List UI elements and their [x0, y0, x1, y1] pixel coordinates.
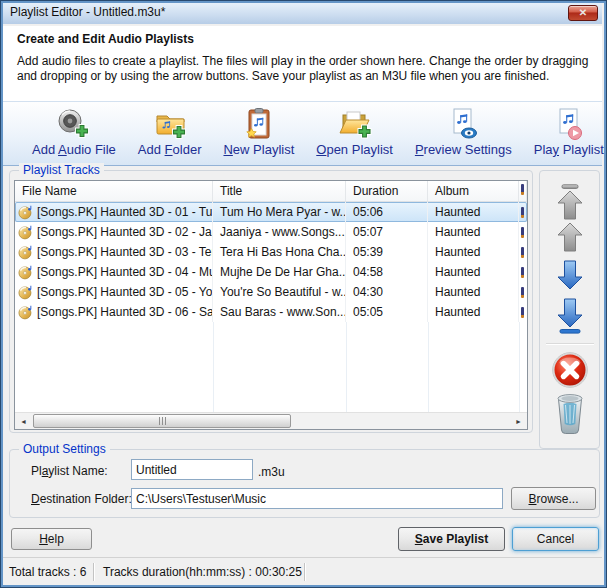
playlist-name-label: Playlist Name:: [31, 464, 108, 478]
cell-duration: 05:39: [346, 242, 428, 262]
trash-icon: [555, 392, 585, 436]
toolbar-button-play-playlist[interactable]: Play Playlist: [531, 106, 607, 158]
tracks-table: File Name Title Duration Album [Songs.PK…: [14, 180, 528, 430]
window-title: Playlist Editor - Untitled.m3u*: [10, 1, 165, 24]
scroll-left-button[interactable]: ◄: [15, 414, 32, 429]
clipped-glyph: [521, 267, 524, 278]
help-button[interactable]: Help: [11, 528, 92, 550]
scroll-right-button[interactable]: ►: [510, 414, 527, 429]
toolbar-button-new-playlist[interactable]: New Playlist: [220, 106, 297, 158]
cell-clipped: [519, 242, 527, 262]
cd-music-icon: [18, 245, 33, 260]
cell-clipped: [519, 302, 527, 322]
note-page-play-icon: [552, 107, 586, 141]
column-header-title[interactable]: Title: [213, 181, 346, 201]
table-row[interactable]: [Songs.PK] Haunted 3D - 03 - Ter... Tera…: [15, 242, 527, 262]
cd-music-icon: [18, 205, 33, 220]
destination-folder-input[interactable]: [131, 488, 503, 509]
toolbar-label: Play Playlist: [534, 142, 604, 157]
folder-add-icon: [153, 107, 187, 141]
reorder-panel: [539, 170, 600, 449]
cell-file-name: [Songs.PK] Haunted 3D - 05 - You...: [15, 282, 213, 302]
scroll-right-icon: ►: [515, 418, 522, 425]
cell-clipped: [519, 202, 527, 222]
output-settings-label: Output Settings: [19, 442, 110, 456]
cell-file-name: [Songs.PK] Haunted 3D - 06 - Sau...: [15, 302, 213, 322]
cell-file-name: [Songs.PK] Haunted 3D - 02 - Jaa...: [15, 222, 213, 242]
cd-music-icon: [18, 225, 33, 240]
remove-icon: [551, 351, 589, 389]
speaker-add-icon: [57, 107, 91, 141]
browse-button[interactable]: Browse...: [511, 487, 596, 510]
clipped-glyph: [521, 227, 524, 238]
clipped-glyph: [521, 307, 524, 318]
move-top-icon: [557, 184, 583, 220]
table-row[interactable]: [Songs.PK] Haunted 3D - 02 - Jaa... Jaan…: [15, 222, 527, 242]
cell-file-name: [Songs.PK] Haunted 3D - 01 - Tu...: [15, 202, 213, 222]
cell-title: Sau Baras - www.Son...: [213, 302, 346, 322]
move-down-icon: [557, 260, 583, 290]
column-separator: [519, 322, 520, 412]
table-body: [Songs.PK] Haunted 3D - 01 - Tu... Tum H…: [15, 202, 527, 322]
cell-title: Tera Hi Bas Hona Cha...: [213, 242, 346, 262]
table-row[interactable]: [Songs.PK] Haunted 3D - 05 - You... You'…: [15, 282, 527, 302]
move-bottom-icon: [557, 298, 583, 334]
cell-album: Haunted: [428, 302, 519, 322]
page-title: Create and Edit Audio Playlists: [17, 32, 194, 46]
move-down-button[interactable]: [557, 260, 583, 294]
column-separator: [213, 322, 214, 412]
cell-duration: 04:30: [346, 282, 428, 302]
cd-music-icon: [18, 285, 33, 300]
scrollbar-thumb[interactable]: [33, 414, 291, 428]
cell-title: Jaaniya - www.Songs....: [213, 222, 346, 242]
cell-duration: 05:07: [346, 222, 428, 242]
playlist-name-input[interactable]: [131, 459, 253, 480]
clipped-glyph: [521, 287, 524, 298]
move-to-bottom-button[interactable]: [557, 298, 583, 338]
toolbar-label: Add Folder: [138, 142, 202, 157]
cell-clipped: [519, 222, 527, 242]
table-header: File Name Title Duration Album: [15, 181, 527, 202]
close-button[interactable]: ✕: [568, 5, 598, 21]
cell-title: Mujhe De De Har Gha...: [213, 262, 346, 282]
cell-title: Tum Ho Mera Pyar - w...: [213, 202, 346, 222]
status-total-tracks: Total tracks : 6: [9, 558, 86, 586]
column-header-clipped[interactable]: [519, 181, 527, 201]
playlist-tracks-label: Playlist Tracks: [19, 163, 104, 177]
folder-open-add-icon: [338, 107, 372, 141]
column-header-album[interactable]: Album: [428, 181, 519, 201]
table-row[interactable]: [Songs.PK] Haunted 3D - 01 - Tu... Tum H…: [15, 202, 527, 222]
status-tracks-duration: Tracks duration(hh:mm:ss) : 00:30:25: [103, 558, 302, 586]
move-to-top-button[interactable]: [557, 184, 583, 224]
toolbar-label: Preview Settings: [415, 142, 512, 157]
status-divider: [304, 563, 305, 581]
table-row[interactable]: [Songs.PK] Haunted 3D - 04 - Muj... Mujh…: [15, 262, 527, 282]
status-divider: [93, 563, 94, 581]
status-bar: Total tracks : 6 Tracks duration(hh:mm:s…: [1, 557, 602, 586]
toolbar-button-open-playlist[interactable]: Open Playlist: [313, 106, 396, 158]
titlebar[interactable]: Playlist Editor - Untitled.m3u* ✕: [1, 1, 602, 24]
clipboard-note-icon: [242, 107, 276, 141]
cell-duration: 05:06: [346, 202, 428, 222]
horizontal-scrollbar[interactable]: ◄ ►: [15, 412, 527, 429]
page-description: Add audio files to create a playlist. Th…: [17, 54, 595, 84]
remove-track-button[interactable]: [551, 351, 589, 393]
toolbar-button-preview-settings[interactable]: Preview Settings: [412, 106, 515, 158]
column-header-duration[interactable]: Duration: [346, 181, 428, 201]
toolbar-button-add-audio-file[interactable]: Add Audio File: [29, 106, 119, 158]
toolbar-label: Open Playlist: [316, 142, 393, 157]
scroll-left-icon: ◄: [20, 418, 27, 425]
cd-music-icon: [18, 305, 33, 320]
destination-folder-label: Destination Folder:: [31, 492, 132, 506]
cd-music-icon: [18, 265, 33, 280]
cell-clipped: [519, 282, 527, 302]
column-separator: [428, 322, 429, 412]
move-up-button[interactable]: [557, 222, 583, 256]
table-row[interactable]: [Songs.PK] Haunted 3D - 06 - Sau... Sau …: [15, 302, 527, 322]
close-icon: ✕: [579, 7, 587, 18]
column-header-file-name[interactable]: File Name: [15, 181, 213, 201]
toolbar-button-add-folder[interactable]: Add Folder: [135, 106, 205, 158]
save-playlist-button[interactable]: Save Playlist: [398, 527, 505, 551]
cancel-button[interactable]: Cancel: [512, 527, 599, 551]
clear-playlist-button[interactable]: [555, 392, 585, 440]
